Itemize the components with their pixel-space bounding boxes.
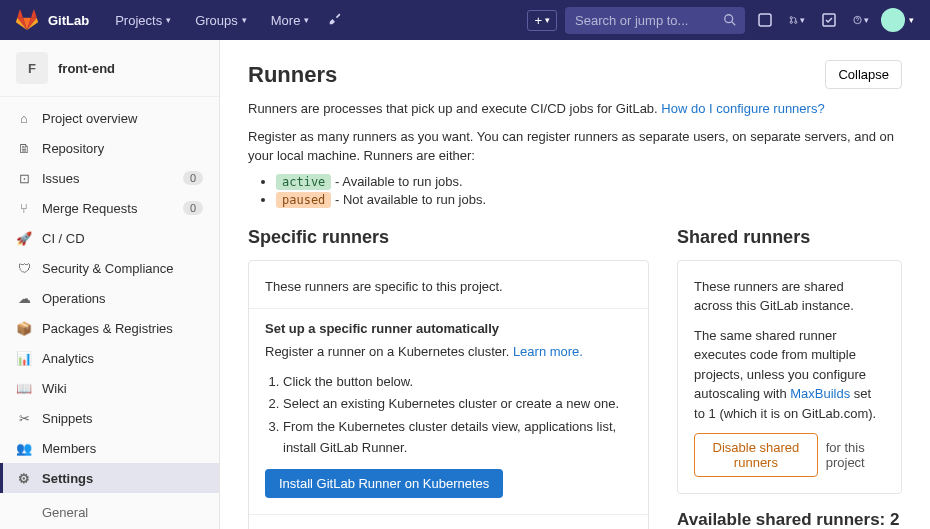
chevron-down-icon: ▾: [304, 15, 309, 25]
chevron-down-icon: ▾: [909, 15, 914, 25]
collapse-button[interactable]: Collapse: [825, 60, 902, 89]
svg-point-5: [795, 21, 797, 23]
configure-runners-link[interactable]: How do I configure runners?: [661, 101, 824, 116]
sidebar-item-security[interactable]: 🛡Security & Compliance: [0, 253, 219, 283]
nav-label: Security & Compliance: [42, 261, 174, 276]
nav-label: Analytics: [42, 351, 94, 366]
nav-label: Project overview: [42, 111, 137, 126]
install-kubernetes-button[interactable]: Install GitLab Runner on Kubernetes: [265, 469, 503, 498]
sidebar-item-packages[interactable]: 📦Packages & Registries: [0, 313, 219, 343]
chart-icon: 📊: [16, 350, 32, 366]
project-header[interactable]: F front-end: [0, 40, 219, 97]
sidebar-item-merge-requests[interactable]: ⑂Merge Requests0: [0, 193, 219, 223]
merge-request-icon[interactable]: ▾: [785, 8, 809, 32]
subnav-general[interactable]: General: [0, 499, 219, 526]
wrench-icon[interactable]: [323, 7, 347, 31]
projects-menu[interactable]: Projects▾: [105, 7, 181, 34]
search-icon: [723, 13, 737, 27]
chevron-down-icon: ▾: [864, 15, 869, 25]
page-title: Runners: [248, 62, 337, 88]
project-name: front-end: [58, 61, 115, 76]
new-dropdown[interactable]: +▾: [527, 10, 557, 31]
badge: 0: [183, 201, 203, 215]
auto-step1: Click the button below.: [283, 372, 632, 393]
shared-desc: The same shared runner executes code fro…: [694, 326, 885, 424]
chevron-down-icon: ▾: [242, 15, 247, 25]
shield-icon: 🛡: [16, 260, 32, 276]
nav-label: Settings: [42, 471, 93, 486]
shared-intro: These runners are shared across this Git…: [694, 277, 885, 316]
help-icon[interactable]: ▾: [849, 8, 873, 32]
sidebar-item-operations[interactable]: ☁Operations: [0, 283, 219, 313]
auto-desc: Register a runner on a Kubernetes cluste…: [265, 342, 632, 362]
nav-label: Snippets: [42, 411, 93, 426]
runners-desc: Runners are processes that pick up and e…: [248, 99, 902, 119]
groups-label: Groups: [195, 13, 238, 28]
more-label: More: [271, 13, 301, 28]
sidebar-item-overview[interactable]: ⌂Project overview: [0, 103, 219, 133]
nav-label: CI / CD: [42, 231, 85, 246]
specific-title: Specific runners: [248, 227, 649, 248]
avatar: [881, 8, 905, 32]
sidebar-item-settings[interactable]: ⚙Settings: [0, 463, 219, 493]
rocket-icon: 🚀: [16, 230, 32, 246]
gitlab-logo[interactable]: [16, 8, 40, 32]
scissors-icon: ✂: [16, 410, 32, 426]
search-input[interactable]: [565, 7, 745, 34]
active-pill: active: [276, 174, 331, 190]
chevron-down-icon: ▾: [800, 15, 805, 25]
available-runners-title: Available shared runners: 2: [677, 510, 902, 529]
more-menu[interactable]: More▾: [261, 7, 320, 34]
book-icon: 📖: [16, 380, 32, 396]
auto-step2: Select an existing Kubernetes cluster or…: [283, 394, 632, 415]
package-icon: 📦: [16, 320, 32, 336]
groups-menu[interactable]: Groups▾: [185, 7, 257, 34]
sidebar-item-cicd[interactable]: 🚀CI / CD: [0, 223, 219, 253]
nav-label: Members: [42, 441, 96, 456]
active-desc: - Available to run jobs.: [331, 174, 462, 189]
maxbuilds-link[interactable]: MaxBuilds: [790, 386, 850, 401]
sidebar-item-wiki[interactable]: 📖Wiki: [0, 373, 219, 403]
project-avatar: F: [16, 52, 48, 84]
user-menu[interactable]: ▾: [881, 8, 914, 32]
file-icon: 🗎: [16, 140, 32, 156]
plus-icon: +: [534, 13, 542, 28]
home-icon: ⌂: [16, 110, 32, 126]
members-icon: 👥: [16, 440, 32, 456]
nav-label: Operations: [42, 291, 106, 306]
disable-after: for this project: [826, 440, 885, 470]
issues-icon: ⊡: [16, 170, 32, 186]
brand-name[interactable]: GitLab: [48, 13, 89, 28]
projects-label: Projects: [115, 13, 162, 28]
todo-icon[interactable]: [817, 8, 841, 32]
learn-more-link[interactable]: Learn more.: [513, 344, 583, 359]
nav-label: Wiki: [42, 381, 67, 396]
desc-text: Runners are processes that pick up and e…: [248, 101, 661, 116]
sidebar-item-snippets[interactable]: ✂Snippets: [0, 403, 219, 433]
nav-label: Repository: [42, 141, 104, 156]
sidebar-item-members[interactable]: 👥Members: [0, 433, 219, 463]
sidebar-item-repository[interactable]: 🗎Repository: [0, 133, 219, 163]
nav-label: Packages & Registries: [42, 321, 173, 336]
paused-desc: - Not available to run jobs.: [331, 192, 486, 207]
active-bullet: active - Available to run jobs.: [276, 174, 902, 189]
paused-bullet: paused - Not available to run jobs.: [276, 192, 902, 207]
svg-point-0: [725, 15, 733, 23]
shared-title: Shared runners: [677, 227, 902, 248]
sidebar-item-issues[interactable]: ⊡Issues0: [0, 163, 219, 193]
mr-icon: ⑂: [16, 200, 32, 216]
issues-icon[interactable]: [753, 8, 777, 32]
disable-shared-button[interactable]: Disable shared runners: [694, 433, 818, 477]
svg-rect-2: [759, 14, 771, 26]
register-desc: Register as many runners as you want. Yo…: [248, 127, 902, 166]
specific-intro: These runners are specific to this proje…: [265, 277, 632, 297]
sidebar-item-analytics[interactable]: 📊Analytics: [0, 343, 219, 373]
chevron-down-icon: ▾: [545, 15, 550, 25]
auto-heading: Set up a specific runner automatically: [265, 321, 632, 336]
nav-label: Merge Requests: [42, 201, 137, 216]
svg-point-4: [790, 21, 792, 23]
badge: 0: [183, 171, 203, 185]
svg-point-3: [790, 17, 792, 19]
chevron-down-icon: ▾: [166, 15, 171, 25]
auto-desc-text: Register a runner on a Kubernetes cluste…: [265, 344, 513, 359]
